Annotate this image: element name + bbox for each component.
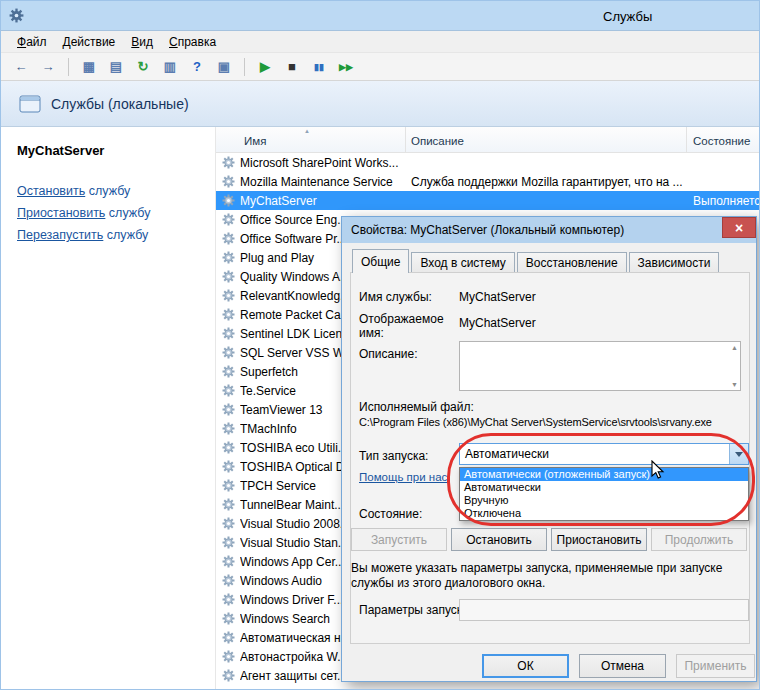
- service-name-cell: MyChatServer: [240, 194, 406, 208]
- service-gear-icon: [216, 156, 240, 169]
- pause-service-action-button[interactable]: Приостановить: [551, 528, 647, 551]
- tab-page-general: Имя службы: MyChatServer Отображаемое им…: [350, 272, 750, 644]
- column-header-status[interactable]: Состояние: [687, 127, 759, 152]
- startup-type-select[interactable]: Автоматически: [459, 443, 749, 465]
- app-icon: [9, 8, 24, 23]
- selected-service-name: MyChatServer: [17, 143, 215, 158]
- titlebar: Службы: [1, 1, 759, 31]
- service-description-cell: Служба поддержки Mozilla гарантирует, чт…: [406, 175, 687, 189]
- startup-params-hint: Вы можете указать параметры запуска, при…: [351, 561, 749, 591]
- sidebar-action-suffix: службу: [105, 206, 150, 220]
- stop-service-action-button[interactable]: Остановить: [451, 528, 547, 551]
- tab-3[interactable]: Зависимости: [629, 252, 720, 272]
- dialog-tabs: ОбщиеВход в системуВосстановлениеЗависим…: [352, 249, 721, 272]
- service-row[interactable]: MyChatServerВыполняется: [216, 191, 759, 210]
- apply-button: Применить: [676, 654, 755, 678]
- column-header-name-label: Имя: [244, 135, 266, 147]
- console-icon: [19, 95, 41, 113]
- forward-button[interactable]: →: [36, 55, 60, 78]
- dropdown-option[interactable]: Автоматически: [460, 481, 748, 494]
- dialog-title: Свойства: MyChatServer (Локальный компью…: [351, 223, 624, 237]
- export-list-button[interactable]: ▥: [158, 55, 182, 78]
- startup-type-label: Тип запуска:: [359, 449, 428, 463]
- dropdown-option[interactable]: Вручную: [460, 494, 748, 507]
- service-row[interactable]: Mozilla Maintenance ServiceСлужба поддер…: [216, 172, 759, 191]
- service-gear-icon: [216, 612, 240, 625]
- toolbar-separator: [68, 58, 69, 76]
- pause-service-button[interactable]: ▮▮: [307, 55, 331, 78]
- dropdown-option[interactable]: Автоматически (отложенный запуск): [460, 468, 748, 481]
- start-service-button[interactable]: ▶: [253, 55, 277, 78]
- sidebar-action-text: Приостановить: [17, 206, 105, 220]
- sidebar-action-link-2[interactable]: Перезапустить службу: [17, 228, 215, 242]
- window-title: Службы: [603, 9, 652, 24]
- restart-service-button[interactable]: ▶▶: [334, 55, 358, 78]
- menu-bar: ФайлДействиеВидСправка: [1, 31, 759, 53]
- state-label: Состояние:: [359, 507, 422, 521]
- column-header-name[interactable]: Имя: [216, 127, 406, 152]
- scroll-up-icon[interactable]: [731, 344, 738, 351]
- tab-1[interactable]: Вход в систему: [411, 252, 514, 272]
- chevron-down-icon: [735, 452, 743, 457]
- cancel-button[interactable]: Отмена: [579, 654, 666, 678]
- close-button[interactable]: [722, 217, 756, 238]
- menu-item-3[interactable]: Справка: [161, 32, 224, 52]
- service-gear-icon: [216, 194, 240, 207]
- service-gear-icon: [216, 175, 240, 188]
- stop-service-button[interactable]: ■: [280, 55, 304, 78]
- combo-dropdown-button[interactable]: [729, 444, 748, 464]
- service-gear-icon: [216, 270, 240, 283]
- column-header-description-label: Описание: [411, 135, 464, 147]
- tab-2[interactable]: Восстановление: [517, 252, 627, 272]
- properties-dialog: Свойства: MyChatServer (Локальный компью…: [341, 216, 757, 682]
- menu-item-0[interactable]: Файл: [9, 32, 55, 52]
- service-gear-icon: [216, 422, 240, 435]
- service-gear-icon: [216, 593, 240, 606]
- back-button[interactable]: ←: [9, 55, 33, 78]
- header-band: Службы (локальные): [1, 81, 759, 127]
- service-gear-icon: [216, 384, 240, 397]
- service-gear-icon: [216, 574, 240, 587]
- sidebar-action-link-0[interactable]: Остановить службу: [17, 184, 215, 198]
- startup-help-link[interactable]: Помощь при нас: [359, 471, 447, 483]
- menu-item-2[interactable]: Вид: [123, 32, 161, 52]
- extended-view-button[interactable]: ▣: [212, 55, 236, 78]
- start-service-action-button: Запустить: [351, 528, 447, 551]
- service-gear-icon: [216, 631, 240, 644]
- sidebar: MyChatServer Остановить службуПриостанов…: [1, 127, 216, 689]
- service-row[interactable]: Microsoft SharePoint Works...: [216, 153, 759, 172]
- help-button[interactable]: ?: [185, 55, 209, 78]
- service-gear-icon: [216, 650, 240, 663]
- display-name-label: Отображаемое имя:: [359, 312, 455, 340]
- sidebar-action-link-1[interactable]: Приостановить службу: [17, 206, 215, 220]
- service-buttons: ЗапуститьОстановитьПриостановитьПродолжи…: [351, 528, 751, 551]
- service-gear-icon: [216, 669, 240, 682]
- service-gear-icon: [216, 536, 240, 549]
- service-name-value: MyChatServer: [459, 290, 536, 304]
- sidebar-links: Остановить службуПриостановить службуПер…: [17, 184, 215, 242]
- service-gear-icon: [216, 346, 240, 359]
- service-gear-icon: [216, 327, 240, 340]
- column-header-description[interactable]: Описание: [406, 127, 687, 152]
- ok-button[interactable]: ОК: [482, 654, 569, 678]
- show-console-tree-button[interactable]: ▦: [77, 55, 101, 78]
- scroll-down-icon[interactable]: [731, 381, 738, 388]
- refresh-button[interactable]: ↻: [131, 55, 155, 78]
- service-gear-icon: [216, 517, 240, 530]
- dropdown-option[interactable]: Отключена: [460, 507, 748, 520]
- service-gear-icon: [216, 403, 240, 416]
- sidebar-action-text: Остановить: [17, 184, 85, 198]
- service-gear-icon: [216, 251, 240, 264]
- description-input[interactable]: [459, 341, 741, 391]
- dialog-footer: ОКОтменаПрименить: [342, 654, 756, 680]
- page-title: Службы (локальные): [51, 96, 189, 112]
- service-gear-icon: [216, 441, 240, 454]
- dialog-titlebar: Свойства: MyChatServer (Локальный компью…: [342, 217, 756, 243]
- tab-0[interactable]: Общие: [352, 249, 409, 273]
- properties-button[interactable]: ▤: [104, 55, 128, 78]
- toolbar: ←→▦▤↻▥?▣▶■▮▮▶▶: [1, 53, 759, 81]
- service-gear-icon: [216, 308, 240, 321]
- service-gear-icon: [216, 555, 240, 568]
- menu-item-1[interactable]: Действие: [55, 32, 124, 52]
- service-gear-icon: [216, 460, 240, 473]
